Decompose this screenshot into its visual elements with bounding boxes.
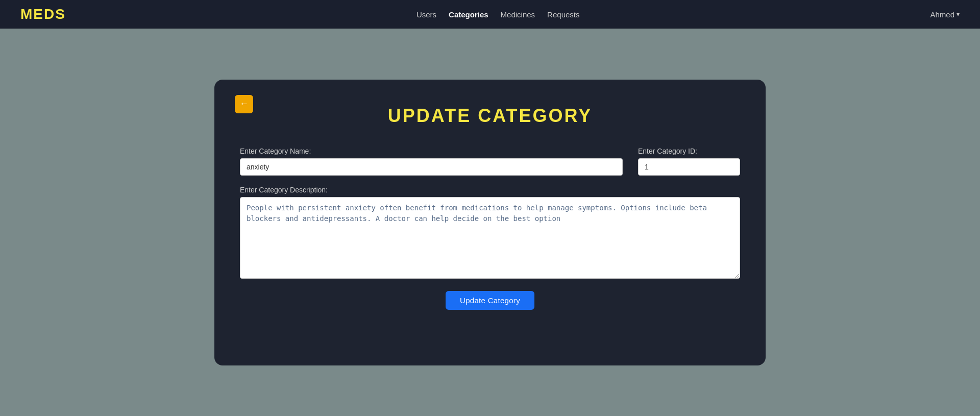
category-name-label: Enter Category Name: [240,147,623,155]
user-menu[interactable]: Ahmed [930,10,960,19]
nav-links: Users Categories Medicines Requests [416,10,580,19]
navbar: MEDS Users Categories Medicines Requests… [0,0,980,29]
nav-item-users[interactable]: Users [416,10,436,19]
update-category-card: ← UPDATE CATEGORY Enter Category Name: E… [214,80,766,365]
category-description-input[interactable]: People with persistent anxiety often ben… [240,197,740,279]
category-id-input[interactable] [638,158,740,176]
category-name-input[interactable] [240,158,623,176]
category-description-group: Enter Category Description: People with … [240,186,740,279]
nav-item-medicines[interactable]: Medicines [501,10,535,19]
back-arrow-icon: ← [239,99,249,109]
brand-logo: MEDS [20,6,66,22]
nav-item-categories[interactable]: Categories [449,10,488,19]
category-id-label: Enter Category ID: [638,147,740,155]
page-content: ← UPDATE CATEGORY Enter Category Name: E… [0,29,980,416]
category-name-group: Enter Category Name: [240,147,623,176]
update-category-button[interactable]: Update Category [446,291,534,310]
category-id-group: Enter Category ID: [638,147,740,176]
name-id-row: Enter Category Name: Enter Category ID: [240,147,740,176]
page-title: UPDATE CATEGORY [240,105,740,127]
back-button[interactable]: ← [235,95,253,113]
nav-item-requests[interactable]: Requests [547,10,579,19]
category-description-label: Enter Category Description: [240,186,740,194]
